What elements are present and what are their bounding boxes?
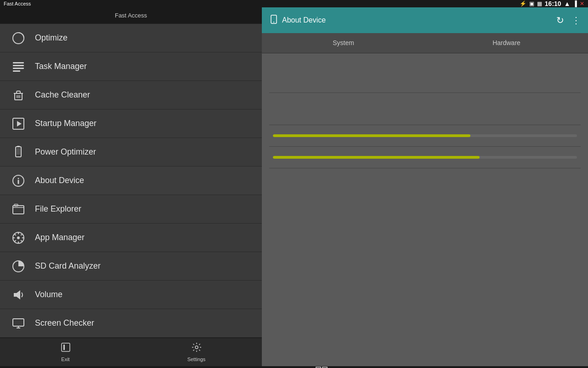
recent-button[interactable] (55, 366, 83, 368)
svg-marker-19 (14, 290, 20, 299)
progress-bar-fill-1 (273, 134, 470, 137)
x-icon: ✕ (580, 0, 584, 7)
fast-access-label: Fast Access (4, 1, 31, 6)
tabs-bar: System Hardware (262, 33, 588, 53)
settings-label: Settings (187, 356, 206, 362)
exit-button[interactable]: Exit (0, 338, 131, 366)
sidebar-item-about-device[interactable]: About Device (0, 167, 262, 195)
content-header-title: About Device (269, 15, 326, 26)
signal-icon: ▐ (573, 0, 577, 7)
progress-bar-2 (273, 156, 577, 159)
svg-marker-7 (17, 121, 22, 126)
progress-row-2 (269, 147, 581, 168)
sidebar-header: Fast Access (0, 7, 262, 24)
sd-card-analyzer-label: SD Card Analyzer (35, 261, 101, 271)
content-header-actions: ↻ ⋮ (556, 15, 581, 26)
sidebar-item-screen-checker[interactable]: Screen Checker (0, 309, 262, 338)
progress-row-1 (269, 125, 581, 147)
more-options-button[interactable]: ⋮ (571, 15, 581, 26)
sidebar-item-startup-manager[interactable]: Startup Manager (0, 109, 262, 138)
sidebar: Fast Access Optimize (0, 7, 262, 366)
tab-hardware[interactable]: Hardware (425, 33, 588, 53)
exit-icon (61, 342, 71, 355)
svg-rect-14 (13, 206, 24, 214)
sidebar-item-power-optimizer[interactable]: Power Optimizer (0, 138, 262, 167)
sidebar-item-optimize[interactable]: Optimize (0, 24, 262, 52)
nav-center (83, 366, 560, 368)
content-header: About Device ↻ ⋮ (262, 7, 588, 33)
svg-rect-1 (13, 62, 24, 63)
about-device-icon (11, 173, 26, 188)
info-row-1 (269, 61, 581, 93)
svg-point-23 (195, 346, 198, 349)
app-manager-icon (11, 230, 26, 245)
nav-bar (0, 366, 588, 368)
svg-point-12 (18, 178, 19, 179)
tab-system[interactable]: System (262, 33, 425, 53)
svg-rect-4 (13, 70, 20, 72)
screen-checker-icon (11, 316, 26, 331)
screen-checker-label: Screen Checker (35, 318, 94, 328)
time-display: 16:10 (545, 0, 561, 7)
svg-rect-3 (13, 68, 24, 69)
svg-point-25 (273, 22, 274, 23)
refresh-button[interactable]: ↻ (556, 15, 564, 26)
exit-label: Exit (61, 356, 69, 362)
home-button[interactable] (28, 366, 55, 368)
sidebar-item-cache-cleaner[interactable]: Cache Cleaner (0, 81, 262, 109)
power-optimizer-icon (11, 145, 26, 160)
cache-cleaner-label: Cache Cleaner (35, 90, 90, 100)
content-body (262, 53, 588, 366)
optimize-label: Optimize (35, 33, 68, 43)
svg-rect-9 (17, 146, 20, 147)
sidebar-items: Optimize Task Manager (0, 24, 262, 338)
svg-rect-22 (63, 345, 65, 350)
sidebar-item-sd-card-analyzer[interactable]: SD Card Analyzer (0, 252, 262, 281)
status-bar-right: ⚡ ▣ ▦ 16:10 ▲ ▐ ✕ (520, 0, 584, 7)
power-optimizer-label: Power Optimizer (35, 147, 96, 157)
content-panel: About Device ↻ ⋮ System Hardware (262, 7, 588, 366)
sidebar-footer: Exit Settings (0, 338, 262, 366)
sidebar-item-task-manager[interactable]: Task Manager (0, 52, 262, 81)
sidebar-item-volume[interactable]: Volume (0, 281, 262, 309)
status-bar-left: Fast Access (4, 1, 31, 6)
sidebar-item-app-manager[interactable]: App Manager (0, 224, 262, 252)
svg-point-17 (17, 236, 20, 239)
image-icon: ▦ (537, 0, 542, 7)
tab-system-label: System (333, 39, 354, 46)
svg-rect-20 (13, 319, 24, 326)
main-area: Fast Access Optimize (0, 7, 588, 366)
task-manager-icon (11, 59, 26, 74)
file-explorer-label: File Explorer (35, 204, 81, 214)
svg-rect-13 (18, 180, 19, 184)
settings-button[interactable]: Settings (131, 338, 262, 366)
tab-hardware-label: Hardware (492, 39, 520, 46)
sidebar-item-file-explorer[interactable]: File Explorer (0, 195, 262, 224)
app-manager-label: App Manager (35, 233, 85, 242)
settings-icon (192, 342, 202, 355)
sd-card-analyzer-icon (11, 259, 26, 274)
about-device-label: About Device (35, 176, 84, 185)
qr-button[interactable] (308, 366, 335, 368)
svg-rect-2 (13, 65, 24, 66)
usb-icon: ⚡ (520, 0, 526, 7)
cache-cleaner-icon (11, 88, 26, 103)
startup-manager-label: Startup Manager (35, 119, 96, 128)
file-explorer-icon (11, 202, 26, 217)
sidebar-header-label: Fast Access (115, 12, 147, 19)
sim-icon: ▣ (529, 0, 534, 7)
about-device-title: About Device (282, 16, 326, 24)
device-icon (269, 15, 278, 26)
svg-rect-21 (62, 343, 70, 351)
wifi-icon: ▲ (564, 0, 571, 7)
svg-rect-10 (17, 148, 20, 155)
volume-label: Volume (35, 290, 62, 299)
progress-bar-1 (273, 134, 577, 137)
status-bar: Fast Access ⚡ ▣ ▦ 16:10 ▲ ▐ ✕ (0, 0, 588, 7)
task-manager-label: Task Manager (35, 62, 87, 71)
back-button[interactable] (0, 366, 28, 368)
up-button[interactable] (560, 366, 588, 368)
volume-icon (11, 288, 26, 302)
info-row-2 (269, 93, 581, 125)
progress-bar-fill-2 (273, 156, 480, 159)
